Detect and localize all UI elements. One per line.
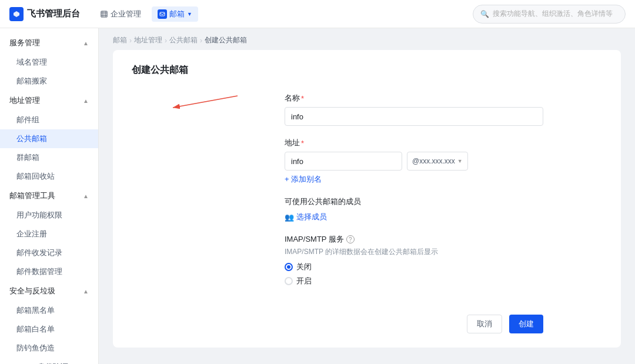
- svg-rect-1: [160, 12, 165, 16]
- sidebar-section-tools[interactable]: 邮箱管理工具 ▲: [0, 186, 98, 206]
- breadcrumb-public[interactable]: 公共邮箱: [169, 35, 198, 45]
- cancel-button[interactable]: 取消: [467, 315, 502, 333]
- sidebar-section-security[interactable]: 安全与反垃圾 ▲: [0, 281, 98, 301]
- chevron-up-icon: ▲: [83, 40, 89, 46]
- sidebar-item-dkim[interactable]: DKIM 身份验证: [0, 358, 98, 364]
- name-label: 名称 *: [285, 93, 543, 103]
- sidebar-item-whitelist[interactable]: 邮箱白名单: [0, 320, 98, 339]
- breadcrumb: 邮箱 › 地址管理 › 公共邮箱 › 创建公共邮箱: [99, 28, 635, 50]
- logo: 飞书管理后台: [9, 7, 80, 21]
- sidebar-section-service-label: 服务管理: [9, 38, 40, 48]
- layout: 服务管理 ▲ 域名管理 邮箱搬家 地址管理 ▲ 邮件组 公共邮箱 群邮箱 邮箱回…: [0, 28, 635, 364]
- logo-text: 飞书管理后台: [27, 8, 80, 19]
- add-alias-button[interactable]: + 添加别名: [285, 174, 322, 185]
- radio-off[interactable]: 关闭: [285, 262, 543, 272]
- name-required: *: [301, 94, 304, 103]
- sidebar-item-user-permissions[interactable]: 用户功能权限: [0, 206, 98, 225]
- form-item-name: 名称 *: [285, 93, 543, 126]
- create-form: 名称 * 地址 * @xxx.xxx.xxx ▼: [190, 93, 543, 333]
- imap-radio-group: 关闭 开启: [285, 262, 543, 286]
- sidebar: 服务管理 ▲ 域名管理 邮箱搬家 地址管理 ▲ 邮件组 公共邮箱 群邮箱 邮箱回…: [0, 28, 99, 364]
- header-nav: 企业管理 邮箱 ▼: [94, 6, 198, 22]
- address-row: @xxx.xxx.xxx ▼: [285, 152, 543, 171]
- nav-mailbox-label: 邮箱: [169, 9, 185, 19]
- page-title: 创建公共邮箱: [132, 64, 602, 76]
- people-icon: 👥: [285, 213, 294, 222]
- name-input[interactable]: [285, 107, 543, 126]
- sidebar-section-address[interactable]: 地址管理 ▲: [0, 91, 98, 111]
- sidebar-item-migration[interactable]: 邮箱搬家: [0, 72, 98, 91]
- sidebar-item-recycle[interactable]: 邮箱回收站: [0, 167, 98, 186]
- nav-enterprise-label: 企业管理: [111, 9, 141, 19]
- sidebar-item-enterprise-notice[interactable]: 企业注册: [0, 225, 98, 243]
- domain-value: @xxx.xxx.xxx: [412, 157, 455, 165]
- radio-on-circle: [285, 277, 293, 285]
- address-input[interactable]: [285, 152, 402, 171]
- page-content: 创建公共邮箱 名称 *: [113, 50, 621, 348]
- nav-mailbox[interactable]: 邮箱 ▼: [152, 6, 198, 22]
- sidebar-item-data-management[interactable]: 邮件数据管理: [0, 262, 98, 281]
- sidebar-item-anti-phishing[interactable]: 防钓鱼伪造: [0, 339, 98, 358]
- form-item-members: 可使用公共邮箱的成员 👥 选择成员: [285, 196, 543, 222]
- radio-on[interactable]: 开启: [285, 276, 543, 286]
- enterprise-icon: [100, 10, 108, 18]
- mailbox-dropdown-icon[interactable]: ▼: [187, 11, 192, 17]
- search-placeholder: 搜索功能导航、组织激活、角色详情等: [493, 9, 613, 19]
- imap-hint: IMAP/SMTP 的详细数据会在创建公共邮箱后显示: [285, 247, 543, 257]
- sidebar-item-mailgroup[interactable]: 邮件组: [0, 111, 98, 129]
- logo-icon: [9, 7, 24, 21]
- sidebar-item-send-receive-log[interactable]: 邮件收发记录: [0, 243, 98, 262]
- imap-section: IMAP/SMTP 服务 ? IMAP/SMTP 的详细数据会在创建公共邮箱后显…: [285, 234, 543, 286]
- main-content: 邮箱 › 地址管理 › 公共邮箱 › 创建公共邮箱 创建公共邮箱: [99, 28, 635, 364]
- sidebar-section-address-label: 地址管理: [9, 95, 40, 106]
- domain-select[interactable]: @xxx.xxx.xxx ▼: [407, 152, 468, 171]
- address-required: *: [301, 139, 304, 148]
- radio-off-circle: [285, 263, 293, 271]
- address-label: 地址 *: [285, 138, 543, 148]
- sidebar-item-domain[interactable]: 域名管理: [0, 53, 98, 72]
- chevron-up-icon-2: ▲: [83, 98, 89, 104]
- breadcrumb-current: 创建公共邮箱: [205, 35, 247, 45]
- chevron-up-icon-3: ▲: [83, 193, 89, 199]
- breadcrumb-mailbox[interactable]: 邮箱: [113, 35, 127, 45]
- breadcrumb-sep-3: ›: [200, 36, 202, 45]
- sidebar-item-group-mailbox[interactable]: 群邮箱: [0, 148, 98, 167]
- header: 飞书管理后台 企业管理 邮箱 ▼ 🔍 搜索功能导航、组织激活、角色详情等: [0, 0, 635, 28]
- select-member-button[interactable]: 👥 选择成员: [285, 212, 327, 222]
- form-item-address: 地址 * @xxx.xxx.xxx ▼ + 添加别名: [285, 138, 543, 185]
- imap-title: IMAP/SMTP 服务 ?: [285, 234, 543, 245]
- breadcrumb-sep-1: ›: [129, 36, 132, 45]
- mailbox-icon: [158, 9, 167, 19]
- breadcrumb-address[interactable]: 地址管理: [134, 35, 162, 45]
- svg-rect-0: [101, 11, 107, 17]
- members-label: 可使用公共邮箱的成员: [285, 196, 543, 207]
- chevron-up-icon-4: ▲: [83, 288, 89, 295]
- imap-info-icon[interactable]: ?: [346, 235, 355, 243]
- breadcrumb-sep-2: ›: [165, 36, 167, 45]
- domain-dropdown-icon: ▼: [457, 158, 463, 164]
- search-icon: 🔍: [480, 10, 489, 18]
- create-button[interactable]: 创建: [509, 315, 543, 333]
- nav-enterprise[interactable]: 企业管理: [94, 6, 147, 22]
- sidebar-item-public-mailbox[interactable]: 公共邮箱: [0, 129, 98, 148]
- sidebar-item-blacklist[interactable]: 邮箱黑名单: [0, 301, 98, 320]
- search-bar[interactable]: 🔍 搜索功能导航、组织激活、角色详情等: [473, 5, 626, 24]
- form-actions: 取消 创建: [285, 305, 543, 333]
- sidebar-section-service[interactable]: 服务管理 ▲: [0, 33, 98, 53]
- sidebar-section-tools-label: 邮箱管理工具: [9, 191, 55, 201]
- sidebar-section-security-label: 安全与反垃圾: [9, 286, 55, 296]
